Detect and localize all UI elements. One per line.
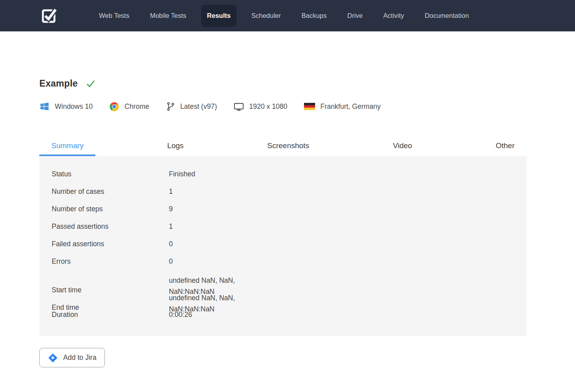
env-location: Frankfurt, Germany: [304, 102, 381, 111]
summary-label: Status: [52, 170, 169, 178]
summary-row-failed-assertions: Failed assertions 0: [39, 235, 527, 253]
nav-item-drive[interactable]: Drive: [337, 0, 373, 31]
windows-icon: [39, 101, 50, 112]
nav-item-mobile-tests[interactable]: Mobile Tests: [139, 0, 196, 31]
summary-row-errors: Errors 0: [39, 253, 527, 270]
chrome-icon: [109, 102, 119, 112]
page: Web Tests Mobile Tests Results Scheduler…: [0, 0, 575, 392]
nav-item-activity[interactable]: Activity: [373, 0, 414, 31]
summary-value: 0: [169, 239, 252, 249]
passed-check-icon: [86, 79, 95, 89]
env-os-label: Windows 10: [55, 102, 93, 111]
title-row: Example: [39, 78, 527, 89]
nav-item-results[interactable]: Results: [201, 5, 237, 27]
summary-row-cases: Number of cases 1: [39, 183, 527, 200]
result-tabs: Summary Logs Screenshots Video Other: [39, 137, 527, 156]
env-browser-label: Chrome: [124, 102, 149, 111]
top-navbar: Web Tests Mobile Tests Results Scheduler…: [0, 0, 575, 31]
tab-screenshots[interactable]: Screenshots: [256, 137, 321, 156]
summary-label: Duration: [52, 311, 169, 319]
summary-value: 0: [169, 257, 252, 266]
germany-flag-icon: [304, 103, 315, 110]
nav-item-web-tests[interactable]: Web Tests: [89, 0, 139, 31]
env-location-label: Frankfurt, Germany: [320, 102, 381, 111]
app-logo[interactable]: [39, 4, 60, 27]
tab-summary[interactable]: Summary: [39, 137, 95, 156]
main-content: Example Windows 10: [39, 78, 527, 367]
summary-label: Failed assertions: [52, 240, 169, 248]
checkbox-logo-icon: [39, 4, 60, 27]
summary-label: Passed assertions: [52, 222, 169, 231]
summary-value: 9: [169, 204, 252, 214]
summary-value: 1: [169, 187, 252, 196]
summary-row-steps: Number of steps 9: [39, 200, 527, 218]
summary-value: 0:00:26: [169, 310, 252, 319]
summary-row-status: Status Finished: [39, 165, 527, 183]
jira-button-label: Add to Jira: [63, 353, 97, 362]
env-version-label: Latest (v97): [180, 102, 217, 111]
branch-icon: [166, 102, 175, 111]
env-resolution: 1920 x 1080: [234, 102, 287, 111]
summary-label: Number of cases: [52, 187, 169, 196]
env-os: Windows 10: [39, 101, 93, 112]
tab-logs[interactable]: Logs: [155, 137, 196, 156]
nav-item-documentation[interactable]: Documentation: [414, 0, 479, 31]
summary-row-passed-assertions: Passed assertions 1: [39, 218, 527, 235]
monitor-icon: [234, 102, 244, 111]
environment-info: Windows 10 Chrome: [39, 101, 527, 112]
nav-item-backups[interactable]: Backups: [291, 0, 337, 31]
summary-label: Start time: [52, 284, 169, 295]
env-browser: Chrome: [109, 102, 149, 112]
summary-value: Finished: [169, 169, 252, 179]
summary-label: Number of steps: [52, 205, 169, 213]
summary-label: Errors: [52, 257, 169, 266]
env-version: Latest (v97): [166, 102, 217, 111]
summary-panel: Status Finished Number of cases 1 Number…: [39, 156, 527, 336]
nav-item-scheduler[interactable]: Scheduler: [241, 0, 291, 31]
add-to-jira-button[interactable]: Add to Jira: [39, 348, 105, 367]
tab-other[interactable]: Other: [484, 137, 527, 156]
main-nav: Web Tests Mobile Tests Results Scheduler…: [89, 0, 479, 31]
summary-value: 1: [169, 222, 252, 231]
page-title: Example: [39, 78, 78, 89]
tab-video[interactable]: Video: [381, 137, 424, 156]
env-resolution-label: 1920 x 1080: [249, 102, 287, 111]
jira-icon: [48, 353, 58, 363]
